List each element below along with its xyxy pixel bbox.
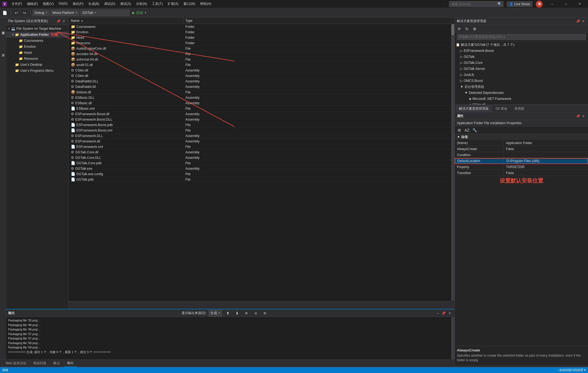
- output-close-button[interactable]: ✕: [447, 311, 452, 316]
- output-btn-5[interactable]: ↻: [261, 310, 269, 317]
- file-row[interactable]: ⚙ DataRabbit.dll Assembly: [69, 84, 451, 89]
- user-avatar[interactable]: 海: [536, 1, 543, 8]
- file-row[interactable]: ⚙ DataRabbit.DLL Assembly: [69, 79, 451, 84]
- file-list-scrollbar[interactable]: [451, 24, 454, 301]
- debug-dropdown[interactable]: Debug ▼: [33, 10, 49, 16]
- sol-sync-button[interactable]: ⟳: [456, 25, 463, 32]
- tab-git-changes[interactable]: Git 更改: [492, 105, 511, 112]
- output-btn-4[interactable]: ≡: [252, 310, 259, 317]
- col-header-name[interactable]: Name ▲: [69, 17, 183, 24]
- close-button[interactable]: ✕: [573, 0, 586, 8]
- tree-item-root[interactable]: ▼ 💻 File System on Target Machine: [6, 26, 68, 32]
- tree-item-resource[interactable]: 📁 Resource: [6, 56, 68, 62]
- file-row[interactable]: 📦 AudioEngineCore.dll File: [69, 46, 451, 51]
- file-row[interactable]: ⚙ ESFramework.Boost.DLL Assembly: [69, 117, 451, 122]
- tab-solution-explorer[interactable]: 解决方案资源管理器: [456, 105, 492, 112]
- tab-output[interactable]: 输出: [64, 360, 77, 367]
- menu-item-0[interactable]: 文件(F): [9, 1, 24, 7]
- menu-item-7[interactable]: 测试(S): [118, 1, 133, 7]
- file-row[interactable]: 📄 GGTalk.pdb File: [69, 177, 451, 182]
- output-btn-2[interactable]: ⬇: [234, 310, 241, 317]
- tree-item-desktop[interactable]: 📁 User's Desktop: [6, 62, 68, 68]
- sol-item-detected-deps[interactable]: ▼ Detected Dependencies: [455, 90, 588, 96]
- file-row[interactable]: ⚙ GGTalk.Core.dll Assembly: [69, 150, 451, 155]
- sol-item-omcs[interactable]: ▷ OMCS.Boost: [455, 78, 588, 84]
- menu-item-4[interactable]: 项目(P): [70, 1, 86, 7]
- menu-item-8[interactable]: 分析(N): [134, 1, 149, 7]
- maximize-button[interactable]: □: [560, 0, 572, 8]
- file-row[interactable]: 📦 dxbase.dll File: [69, 89, 451, 95]
- live-share-button[interactable]: 👤 Live Share: [507, 1, 532, 7]
- file-row[interactable]: ⚙ GGTalk.Core.DLL Assembly: [69, 155, 451, 160]
- sol-item-ggtalk[interactable]: ▷ GGTalk: [455, 54, 588, 60]
- sol-item-ggtalk-core[interactable]: ▷ GGTalk.Core: [455, 60, 588, 66]
- sol-item-cskin[interactable]: ◈ CSkin.dll: [455, 102, 588, 105]
- tree-item-emotion[interactable]: 📁 Emotion: [6, 44, 68, 50]
- sol-refresh-button[interactable]: ↻: [463, 25, 471, 32]
- file-row[interactable]: ⚙ CSkin.dll Assembly: [69, 68, 451, 73]
- tree-item-application-folder[interactable]: ▼ 📁 Application Folder 右键: [6, 32, 68, 38]
- file-row[interactable]: 📁 Emotion Folder: [69, 29, 451, 35]
- sol-item-dotnet[interactable]: ◈ Microsoft .NET Framework: [455, 96, 588, 102]
- file-row[interactable]: 📄 GGTalk.exe.config File: [69, 171, 451, 177]
- menu-item-6[interactable]: 调试(D): [102, 1, 117, 7]
- solution-search-input[interactable]: [457, 34, 586, 40]
- sol-item-esframework[interactable]: ▷ ESFramework.Boost: [455, 48, 588, 54]
- menu-item-2[interactable]: 视图(V): [41, 1, 56, 7]
- col-header-type[interactable]: Type: [183, 17, 451, 24]
- sol-settings-button[interactable]: ⚙: [471, 25, 478, 32]
- menu-item-1[interactable]: 编辑(E): [25, 1, 40, 7]
- file-row[interactable]: 📁 Coursewares Folder: [69, 24, 451, 29]
- file-row[interactable]: ⚙ CSkin.dll Assembly: [69, 73, 451, 79]
- output-scrollbar[interactable]: [451, 317, 454, 365]
- tree-item-programs-menu[interactable]: 📁 User's Programs Menu: [6, 68, 68, 74]
- sol-item-ggtalk-server[interactable]: ▷ GGTalk.Server: [455, 66, 588, 72]
- file-row[interactable]: ⚙ ESFramework.Boost.dll Assembly: [69, 111, 451, 117]
- tab-error-list[interactable]: 错误列表: [30, 360, 50, 367]
- file-row[interactable]: 📄 ESFramework.xml File: [69, 144, 451, 150]
- output-btn-3[interactable]: ✕: [243, 310, 250, 317]
- output-pin-button[interactable]: ─: [435, 311, 440, 316]
- file-row[interactable]: 📁 Head Folder: [69, 35, 451, 40]
- props-custom-button[interactable]: 🔧: [471, 127, 478, 134]
- new-file-button[interactable]: 📄: [1, 9, 8, 16]
- menu-item-11[interactable]: 窗口(W): [181, 1, 197, 7]
- output-btn-1[interactable]: ⬆: [224, 310, 231, 317]
- file-row[interactable]: ⚙ ESBasic.dll Assembly: [69, 100, 451, 106]
- sol-item-backend[interactable]: ▼ 后台管理系统: [455, 84, 588, 90]
- project-dropdown[interactable]: GGTalk ▼: [80, 10, 129, 16]
- sol-close-button[interactable]: ✕: [581, 19, 586, 24]
- file-row[interactable]: ⚙ GGTalk.exe Assembly: [69, 166, 451, 171]
- file-row[interactable]: 📦 avformat-54.dll File: [69, 57, 451, 62]
- menu-item-9[interactable]: 工具(T): [150, 1, 165, 7]
- output-source-dropdown[interactable]: 生成 ▼: [209, 310, 222, 317]
- file-row[interactable]: 📄 GGTalk.Core.pdb File: [69, 160, 451, 166]
- props-close-button[interactable]: ✕: [581, 114, 586, 119]
- output-dock-button[interactable]: 📌: [441, 311, 446, 316]
- props-sort-cat-button[interactable]: ⊞: [456, 127, 463, 134]
- file-row[interactable]: 📄 ESBasic.xml File: [69, 106, 451, 111]
- sol-pin-button[interactable]: 📌: [575, 19, 580, 24]
- file-row[interactable]: 📦 avutil-51.dll File: [69, 62, 451, 68]
- tab-breakpoints[interactable]: 断点: [50, 360, 63, 367]
- tab-class-view[interactable]: 类视图: [511, 105, 527, 112]
- start-button[interactable]: ▶ 启动 ▼: [131, 10, 148, 16]
- file-row[interactable]: 📄 ESFramework.Boost.xml File: [69, 128, 451, 133]
- tree-item-head[interactable]: 📁 Head: [6, 50, 68, 56]
- menu-item-5[interactable]: 生成(B): [86, 1, 101, 7]
- panel-pin-button[interactable]: 📌: [56, 19, 61, 24]
- tree-item-coursewares[interactable]: 📁 Coursewares: [6, 38, 68, 44]
- props-sort-alpha-button[interactable]: AZ: [463, 127, 471, 134]
- file-row[interactable]: ⚙ ESFramework.dll Assembly: [69, 139, 451, 144]
- menu-item-10[interactable]: 扩展(X): [165, 1, 181, 7]
- minimize-button[interactable]: ─: [546, 0, 559, 8]
- menu-item-12[interactable]: 帮助(H): [198, 1, 213, 7]
- file-list-content[interactable]: 📁 Coursewares Folder 📁 Emotion Folder 📁 …: [69, 24, 451, 301]
- search-input[interactable]: [449, 1, 503, 7]
- props-pin-button[interactable]: 📌: [575, 114, 580, 119]
- file-row[interactable]: 📦 avcodec-54.dll File: [69, 51, 451, 57]
- panel-close-button[interactable]: ✕: [61, 19, 66, 24]
- file-row[interactable]: 📄 ESFramework.Boost.pdb File: [69, 122, 451, 128]
- sol-item-root[interactable]: 📋 解决方案'GGTalk'(7 个项目，共 7 个): [455, 42, 588, 48]
- tab-web-publish[interactable]: Web 发布活动: [2, 360, 29, 367]
